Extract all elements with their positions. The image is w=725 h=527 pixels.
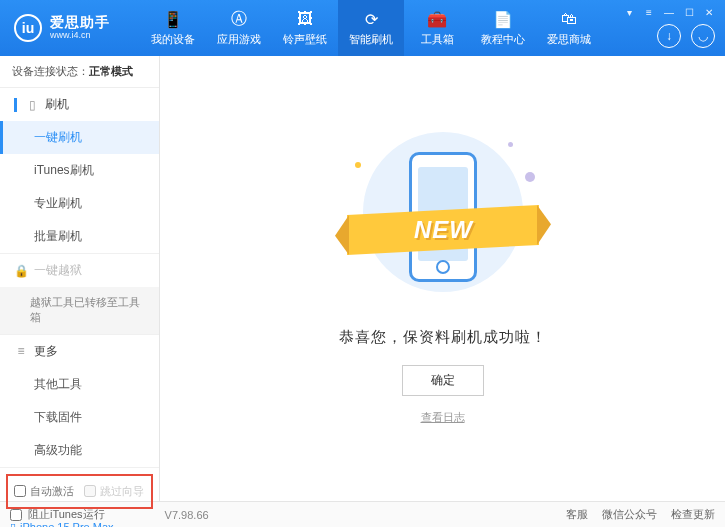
nav-icon-5: 📄: [493, 9, 513, 29]
logo-area: iu 爱思助手 www.i4.cn: [0, 14, 140, 42]
nav-tab-6[interactable]: 🛍爱思商城: [536, 0, 602, 56]
block-itunes-label: 阻止iTunes运行: [28, 507, 105, 522]
ribbon-text: NEW: [413, 216, 472, 244]
nav-icon-6: 🛍: [559, 9, 579, 29]
lock-icon: 🔒: [14, 264, 28, 278]
sidebar-more-title: 更多: [34, 343, 58, 360]
nav-tab-1[interactable]: Ⓐ应用游戏: [206, 0, 272, 56]
main-content: NEW 恭喜您，保资料刷机成功啦！ 确定 查看日志: [160, 56, 725, 501]
nav-tab-3[interactable]: ⟳智能刷机: [338, 0, 404, 56]
nav-tab-2[interactable]: 🖼铃声壁纸: [272, 0, 338, 56]
logo-icon: iu: [14, 14, 42, 42]
block-itunes-input[interactable]: [10, 509, 22, 521]
close-icon[interactable]: ✕: [701, 6, 717, 18]
auto-activate-checkbox[interactable]: 自动激活: [14, 484, 74, 499]
nav-icon-4: 🧰: [427, 9, 447, 29]
nav-label-4: 工具箱: [421, 32, 454, 47]
options-highlight-box: 自动激活 跳过向导: [6, 474, 153, 509]
auto-activate-label: 自动激活: [30, 484, 74, 499]
sidebar-section-jailbreak: 🔒 一键越狱: [0, 254, 159, 287]
nav-label-0: 我的设备: [151, 32, 195, 47]
nav-label-3: 智能刷机: [349, 32, 393, 47]
nav-icon-3: ⟳: [361, 9, 381, 29]
minimize-icon[interactable]: —: [661, 6, 677, 18]
jailbreak-note: 越狱工具已转移至工具箱: [0, 287, 159, 334]
success-message: 恭喜您，保资料刷机成功啦！: [339, 328, 547, 347]
maximize-icon[interactable]: ☐: [681, 6, 697, 18]
sidebar-section-flash[interactable]: ▯ 刷机: [0, 88, 159, 121]
device-name: iPhone 15 Pro Max: [20, 521, 114, 527]
nav-label-5: 教程中心: [481, 32, 525, 47]
phone-icon: ▯: [25, 98, 39, 112]
nav-tab-4[interactable]: 🧰工具箱: [404, 0, 470, 56]
sidebar-item-more-0[interactable]: 其他工具: [0, 368, 159, 401]
download-icon[interactable]: ↓: [657, 24, 681, 48]
window-controls: ▾ ≡ — ☐ ✕: [621, 6, 717, 18]
sidebar-item-flash-3[interactable]: 批量刷机: [0, 220, 159, 253]
sidebar-item-more-2[interactable]: 高级功能: [0, 434, 159, 467]
footer-link-2[interactable]: 检查更新: [671, 507, 715, 522]
sidebar-flash-title: 刷机: [45, 96, 69, 113]
device-status-value: 正常模式: [89, 65, 133, 77]
sidebar: 设备连接状态：正常模式 ▯ 刷机 一键刷机iTunes刷机专业刷机批量刷机 🔒 …: [0, 56, 160, 501]
app-header: iu 爱思助手 www.i4.cn 📱我的设备Ⓐ应用游戏🖼铃声壁纸⟳智能刷机🧰工…: [0, 0, 725, 56]
settings-icon[interactable]: ≡: [641, 6, 657, 18]
nav-tabs: 📱我的设备Ⓐ应用游戏🖼铃声壁纸⟳智能刷机🧰工具箱📄教程中心🛍爱思商城: [140, 0, 602, 56]
menu-icon[interactable]: ▾: [621, 6, 637, 18]
nav-label-2: 铃声壁纸: [283, 32, 327, 47]
success-illustration: NEW: [343, 132, 543, 312]
footer-link-0[interactable]: 客服: [566, 507, 588, 522]
sidebar-item-flash-2[interactable]: 专业刷机: [0, 187, 159, 220]
sidebar-item-more-1[interactable]: 下载固件: [0, 401, 159, 434]
nav-label-6: 爱思商城: [547, 32, 591, 47]
sidebar-item-flash-0[interactable]: 一键刷机: [0, 121, 159, 154]
skip-guide-input: [84, 485, 96, 497]
nav-tab-0[interactable]: 📱我的设备: [140, 0, 206, 56]
sidebar-jailbreak-title: 一键越狱: [34, 262, 82, 279]
app-url: www.i4.cn: [50, 31, 110, 41]
user-icon[interactable]: ◡: [691, 24, 715, 48]
view-log-link[interactable]: 查看日志: [421, 410, 465, 425]
list-icon: ≡: [14, 344, 28, 358]
skip-guide-label: 跳过向导: [100, 484, 144, 499]
nav-label-1: 应用游戏: [217, 32, 261, 47]
ok-button[interactable]: 确定: [402, 365, 484, 396]
version-label: V7.98.66: [165, 509, 209, 521]
device-status-label: 设备连接状态：: [12, 65, 89, 77]
nav-icon-2: 🖼: [295, 9, 315, 29]
nav-tab-5[interactable]: 📄教程中心: [470, 0, 536, 56]
footer-link-1[interactable]: 微信公众号: [602, 507, 657, 522]
nav-icon-0: 📱: [163, 9, 183, 29]
sidebar-item-flash-1[interactable]: iTunes刷机: [0, 154, 159, 187]
nav-icon-1: Ⓐ: [229, 9, 249, 29]
device-status: 设备连接状态：正常模式: [0, 56, 159, 88]
app-title: 爱思助手: [50, 15, 110, 30]
skip-guide-checkbox[interactable]: 跳过向导: [84, 484, 144, 499]
sidebar-section-more[interactable]: ≡ 更多: [0, 335, 159, 368]
auto-activate-input[interactable]: [14, 485, 26, 497]
block-itunes-checkbox[interactable]: 阻止iTunes运行: [10, 507, 105, 522]
